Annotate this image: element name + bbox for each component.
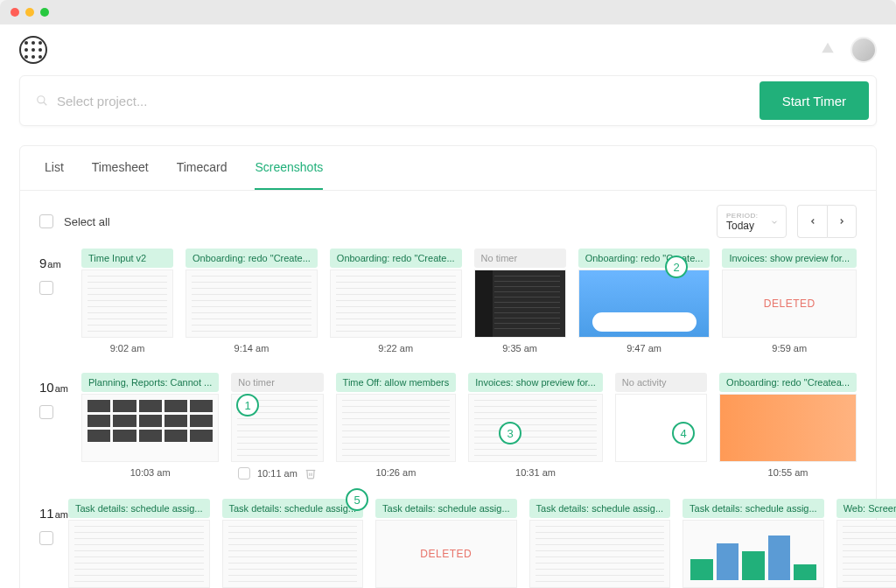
hour-select-checkbox[interactable] (39, 531, 53, 545)
screenshot-task-label[interactable]: Invoices: show preview for... (722, 248, 857, 268)
screenshot-time: 10:31 am (468, 467, 603, 478)
content-panel: List Timesheet Timecard Screenshots Sele… (19, 145, 877, 588)
screenshot-time: 9:59 am (722, 343, 857, 354)
screenshot-thumb-deleted[interactable]: DELETED (722, 270, 857, 338)
screenshot-task-label[interactable]: Task details: schedule assig... (222, 499, 364, 518)
screenshot-time: 9:22 am (330, 343, 462, 354)
window-close-icon[interactable] (10, 8, 19, 17)
notifications-icon[interactable] (819, 41, 836, 59)
toolbar: Select all PERIOD: Today (20, 191, 876, 248)
screenshot-card: Time Input v29:02 am (81, 248, 173, 354)
topbar (0, 24, 896, 75)
start-timer-button[interactable]: Start Timer (760, 81, 869, 120)
screenshot-card: Task details: schedule assig...11:35 am (529, 499, 671, 588)
search-icon (36, 94, 48, 107)
screenshot-task-label[interactable]: Onboarding: redo "Create... (578, 248, 710, 268)
screenshot-time: 9:47 am (578, 343, 710, 354)
screenshot-thumb[interactable] (186, 270, 318, 338)
screenshot-card: Invoices: show preview for...DELETED9:59… (722, 248, 857, 354)
window-zoom-icon[interactable] (40, 8, 49, 17)
screenshot-time: 10:55 am (719, 467, 857, 478)
tab-screenshots[interactable]: Screenshots (255, 146, 323, 190)
screenshot-thumb[interactable] (330, 270, 462, 338)
project-bar: Start Timer (19, 75, 877, 126)
screenshot-task-label[interactable]: Planning, Reports: Cannot ... (81, 373, 219, 392)
screenshot-card: No timer9:35 am (474, 248, 566, 354)
trash-icon[interactable] (304, 467, 317, 480)
screenshot-time: 9:14 am (186, 343, 318, 354)
svg-point-0 (38, 96, 45, 103)
screenshot-task-label[interactable]: Onboarding: redo "Createa... (719, 373, 857, 392)
screenshot-task-label[interactable]: No timer (474, 248, 566, 268)
project-select-input[interactable] (57, 94, 760, 108)
period-next-button[interactable] (827, 205, 857, 238)
window-minimize-icon[interactable] (25, 8, 34, 17)
tab-timesheet[interactable]: Timesheet (92, 146, 149, 190)
annotation-2: 2 (665, 256, 688, 278)
screenshot-task-label[interactable]: Onboarding: redo "Create... (330, 248, 462, 268)
screenshot-task-label[interactable]: Invoices: show preview for... (468, 373, 603, 392)
app-window: Start Timer List Timesheet Timecard Scre… (0, 24, 896, 588)
screenshot-card: Onboarding: redo "Create...9:14 am (186, 248, 318, 354)
tab-timecard[interactable]: Timecard (177, 146, 228, 190)
screenshot-task-label[interactable]: Time Input v2 (81, 248, 173, 268)
annotation-5: 5 (346, 488, 368, 511)
screenshot-thumb[interactable] (529, 520, 671, 588)
screenshot-time: 10:03 am (81, 467, 219, 478)
screenshot-thumb[interactable] (474, 270, 566, 338)
app-logo-icon[interactable] (19, 36, 47, 64)
period-selector[interactable]: PERIOD: Today (717, 205, 787, 238)
screenshot-card: Time Off: allow members10:26 am (336, 373, 457, 480)
annotation-1: 1 (236, 394, 259, 416)
hour-row: 10amPlanning, Reports: Cannot ...10:03 a… (39, 373, 857, 480)
screenshot-thumb[interactable] (682, 520, 824, 588)
screenshot-task-label[interactable]: Task details: schedule assig... (68, 499, 210, 518)
screenshot-time: 9:02 am (81, 343, 173, 354)
screenshot-thumb[interactable] (719, 394, 857, 462)
screenshot-task-label[interactable]: Time Off: allow members (336, 373, 457, 392)
screenshot-card: Task details: schedule assig...11:44 pm (682, 499, 824, 588)
annotation-3: 3 (499, 422, 522, 444)
select-all-checkbox[interactable] (39, 214, 53, 228)
screenshot-thumb[interactable] (468, 394, 603, 462)
annotation-4: 4 (672, 422, 695, 444)
hour-label: 9am (39, 248, 81, 354)
select-all-label: Select all (64, 215, 110, 228)
screenshot-time: 10:11 am (257, 468, 298, 479)
screenshot-task-label[interactable]: No activity (615, 373, 707, 392)
period-prev-button[interactable] (797, 205, 827, 238)
hour-row: 11amTask details: schedule assig...11:02… (39, 499, 857, 588)
screenshot-checkbox[interactable] (238, 467, 250, 480)
hour-label: 11am (39, 499, 68, 588)
hour-row: 9amTime Input v29:02 amOnboarding: redo … (39, 248, 857, 354)
screenshot-task-label[interactable]: Onboarding: redo "Create... (186, 248, 318, 268)
hour-select-checkbox[interactable] (39, 405, 53, 419)
screenshot-task-label[interactable]: No timer (231, 373, 323, 392)
chevron-down-icon (770, 218, 779, 227)
screenshot-task-label[interactable]: Task details: schedule assig... (375, 499, 517, 518)
screenshot-task-label[interactable]: Web: Screenshots (836, 499, 896, 518)
screenshot-thumb[interactable] (578, 270, 710, 338)
tab-list[interactable]: List (45, 146, 64, 190)
screenshot-thumb[interactable] (81, 394, 219, 462)
screenshot-thumb[interactable] (68, 520, 210, 588)
user-avatar[interactable] (850, 37, 877, 63)
hour-label: 10am (39, 373, 81, 480)
screenshot-task-label[interactable]: Task details: schedule assig... (682, 499, 824, 518)
screenshot-thumb[interactable] (836, 520, 896, 588)
screenshot-card: Onboarding: redo "Create...9:47 am (578, 248, 710, 354)
screenshot-card: Invoices: show preview for...10:31 am (468, 373, 603, 480)
screenshot-card: Planning, Reports: Cannot ...10:03 am (81, 373, 219, 480)
screenshot-thumb[interactable] (222, 520, 364, 588)
screenshot-time: 10:26 am (336, 467, 457, 478)
hour-select-checkbox[interactable] (39, 281, 53, 295)
screenshot-thumb[interactable] (336, 394, 457, 462)
screenshot-card: Onboarding: redo "Createa...10:55 am (719, 373, 857, 480)
screenshot-task-label[interactable]: Task details: schedule assig... (529, 499, 671, 518)
screenshot-card: Web: Screenshots11:52 am (836, 499, 896, 588)
screenshot-card: No timer10:11 am (231, 373, 323, 480)
screenshots-grid: 9amTime Input v29:02 amOnboarding: redo … (20, 248, 876, 588)
screenshot-thumb-deleted[interactable]: DELETED (375, 520, 517, 588)
screenshot-card: Task details: schedule assig...11:02 am (68, 499, 210, 588)
screenshot-thumb[interactable] (81, 270, 173, 338)
